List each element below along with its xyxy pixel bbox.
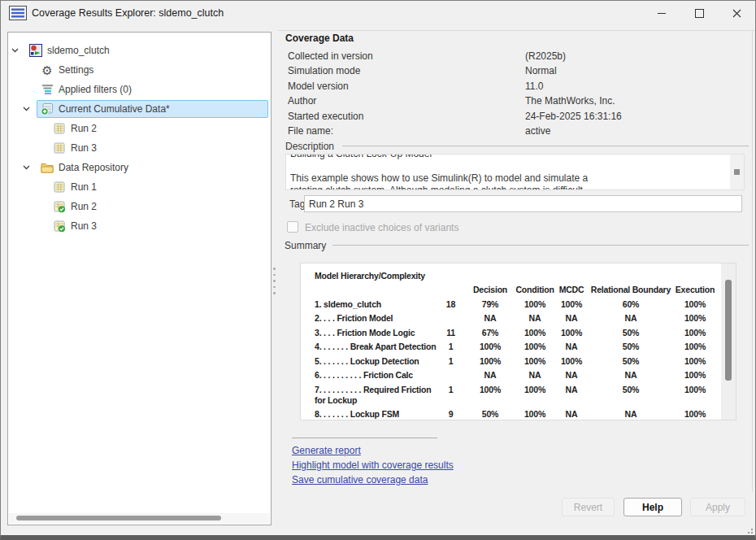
links-divider — [292, 438, 437, 438]
run-icon — [53, 181, 66, 194]
field-collected-in-version: Collected in version (R2025b) — [285, 50, 741, 63]
minimize-icon — [658, 13, 666, 14]
description-scrollbar[interactable] — [730, 155, 744, 189]
close-button[interactable] — [718, 1, 755, 25]
run-checked-icon — [53, 200, 66, 213]
splitter-handle[interactable] — [273, 268, 276, 294]
panel-divider — [752, 30, 753, 492]
tree-item-sldemo-clutch[interactable]: sldemo_clutch — [8, 41, 271, 60]
summary-table: Model Hierarchy/Complexity Decision Cond… — [300, 263, 736, 420]
field-started-execution: Started execution 24-Feb-2025 16:31:16 — [285, 111, 741, 123]
tree-item-data-repository[interactable]: Data Repository — [8, 158, 271, 177]
gear-icon: ⚙ — [41, 63, 54, 76]
table-title: Model Hierarchy/Complexity — [315, 271, 736, 281]
description-textarea[interactable]: Building a Clutch Lock-Up Model This exa… — [285, 154, 745, 190]
tree-item-current-cumulative-data[interactable]: Current Cumulative Data* — [8, 99, 271, 119]
tree-item-run-2[interactable]: Run 2 — [8, 119, 271, 138]
table-row: 5. . . . . . . Lockup Detection 1 100% 1… — [315, 356, 736, 367]
tree-item-label: Run 3 — [71, 220, 97, 232]
generate-report-link[interactable]: Generate report — [292, 445, 361, 456]
col-header-decision: Decision — [465, 285, 515, 295]
scrollbar-thumb[interactable] — [734, 169, 740, 175]
table-header-row: Decision Condition MCDC Relational Bound… — [315, 285, 736, 295]
app-icon — [9, 6, 27, 20]
scrollbar-thumb[interactable] — [16, 516, 221, 520]
field-model-version: Model version 11.0 — [285, 81, 741, 93]
maximize-button[interactable] — [680, 1, 718, 25]
tree-item-run-1[interactable]: Run 1 — [8, 177, 271, 197]
revert-button[interactable]: Revert — [562, 498, 615, 516]
run-icon — [53, 122, 66, 135]
chevron-down-icon[interactable] — [23, 165, 37, 170]
scrollbar-thumb[interactable] — [725, 280, 732, 381]
description-group-label: Description — [285, 141, 334, 152]
tree-item-label: Settings — [59, 64, 93, 76]
group-divider — [332, 245, 749, 246]
field-simulation-mode: Simulation mode Normal — [285, 65, 741, 77]
table-row: 1. sldemo_clutch 18 79% 100% 100% 60% 10… — [315, 299, 736, 310]
cumulative-data-icon — [41, 102, 54, 115]
col-header-mcdc: MCDC — [554, 285, 589, 295]
chevron-down-icon[interactable] — [23, 107, 37, 111]
run-icon — [53, 142, 66, 155]
tree-item-run-3-checked[interactable]: Run 3 — [8, 216, 271, 236]
table-row: 8. . . . . . . Lockup FSM 9 50% 100% NA … — [315, 409, 736, 420]
minimize-button[interactable] — [643, 1, 680, 25]
exclude-variants-label: Exclude inactive choices of variants — [305, 222, 458, 233]
description-line: Building a Clutch Lock-Up Model — [290, 154, 744, 160]
window-title: Coverage Results Explorer: sldemo_clutch — [32, 7, 224, 19]
description-line: rotating clutch system. Although modelin… — [290, 185, 744, 190]
panel-divider — [278, 30, 756, 31]
tree-item-label: Data Repository — [59, 162, 128, 173]
col-header-execution: Execution — [673, 285, 717, 295]
coverage-results-explorer-window: Coverage Results Explorer: sldemo_clutch — [0, 0, 756, 540]
resize-grip[interactable] — [745, 525, 753, 533]
folder-icon — [41, 161, 54, 174]
title-bar[interactable]: Coverage Results Explorer: sldemo_clutch — [1, 1, 755, 25]
tree-item-label: Run 2 — [71, 123, 97, 134]
highlight-model-link[interactable]: Highlight model with coverage results — [292, 459, 454, 471]
field-file-name: File name: active — [285, 125, 741, 137]
tag-input[interactable] — [304, 195, 742, 212]
col-header-condition: Condition — [515, 285, 554, 295]
summary-group-label: Summary — [285, 240, 326, 251]
table-row: 4. . . . . . . Break Apart Detection 1 1… — [315, 342, 736, 352]
group-divider — [342, 146, 749, 146]
tree-item-label: sldemo_clutch — [47, 45, 110, 56]
exclude-variants-checkbox[interactable] — [287, 221, 298, 233]
tree-horizontal-scrollbar[interactable] — [9, 513, 270, 524]
field-author: Author The MathWorks, Inc. — [285, 95, 741, 107]
tree-item-settings[interactable]: ⚙ Settings — [8, 60, 271, 80]
simulink-model-icon — [29, 44, 42, 57]
tree-item-label: Current Cumulative Data* — [59, 103, 170, 115]
tree-item-run-2-checked[interactable]: Run 2 — [8, 197, 271, 216]
table-row: 3. . . . Friction Mode Logic 11 67% 100%… — [315, 328, 736, 338]
tree-item-applied-filters[interactable]: Applied filters (0) — [8, 80, 271, 99]
description-line: This example shows how to use Simulink(R… — [290, 172, 744, 185]
tree-item-label: Run 2 — [71, 201, 97, 212]
table-row: 2. . . . Friction Model NA NA NA NA 100% — [315, 313, 736, 324]
table-row: 6. . . . . . . . . . Friction Calc NA NA… — [315, 370, 736, 381]
tree-item-label: Applied filters (0) — [59, 84, 132, 95]
save-cumulative-data-link[interactable]: Save cumulative coverage data — [292, 474, 428, 486]
run-checked-icon — [53, 220, 66, 233]
maximize-icon — [695, 9, 704, 18]
close-icon — [732, 9, 741, 18]
filter-icon — [41, 83, 54, 96]
table-vertical-scrollbar[interactable] — [721, 263, 736, 420]
tree-item-run-3[interactable]: Run 3 — [8, 138, 271, 158]
help-button[interactable]: Help — [623, 498, 682, 516]
table-row: 7. . . . . . . . . . Required Friction f… — [315, 385, 736, 406]
apply-button[interactable]: Apply — [690, 498, 745, 516]
tree-item-label: Run 1 — [71, 181, 97, 193]
chevron-down-icon[interactable] — [11, 48, 25, 53]
col-header-relational-boundary: Relational Boundary — [589, 285, 673, 295]
coverage-data-heading: Coverage Data — [285, 33, 354, 44]
tree-item-label: Run 3 — [71, 142, 97, 154]
results-tree-panel: sldemo_clutch ⚙ Settings — [7, 32, 272, 525]
description-line — [290, 160, 744, 172]
